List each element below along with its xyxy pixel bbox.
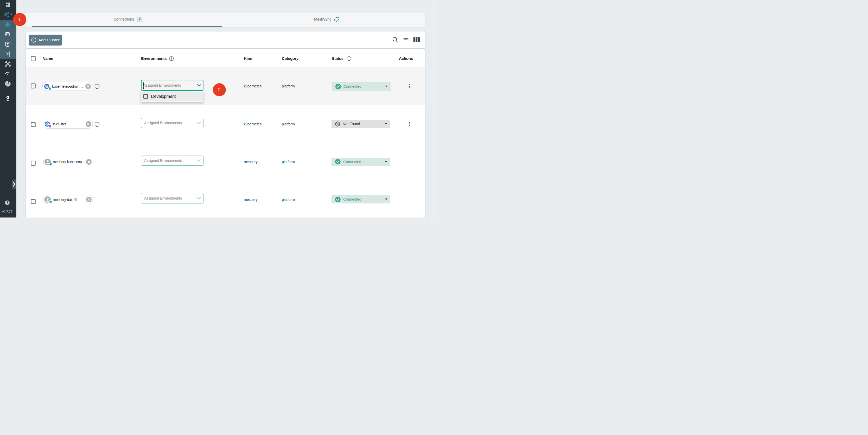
svg-text:?: ? xyxy=(6,201,8,205)
